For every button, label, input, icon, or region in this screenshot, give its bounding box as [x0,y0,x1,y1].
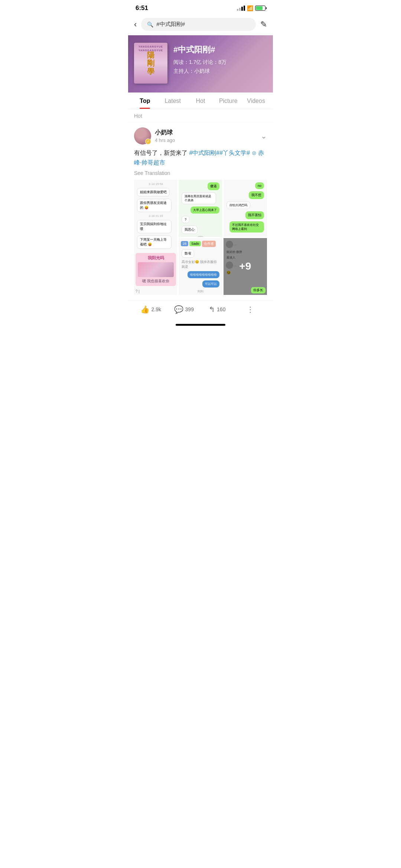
comment-button[interactable]: 💬 399 [167,305,201,314]
see-translation[interactable]: See Translation [134,170,267,176]
post-hashtags[interactable]: #中式阳刚##丫头文学# [189,150,250,156]
chat-bubble: no [255,182,264,189]
share-count: 160 [217,306,225,312]
hero-info: #中式阳刚# 阅读：1.7亿 讨论：8万 主持人：小奶球 [173,43,267,75]
hero-book-cover: YANGGANGYUEYANGGANGYUE 陽剛學 [134,43,167,84]
search-icon: 🔍 [147,22,153,27]
section-hot-label: Hot [128,109,273,122]
you-duochang: 你多长 [251,287,265,293]
action-bar: 👍 2.9k 💬 399 ↰ 160 ⋮ [128,300,273,318]
chat-bubble: 我恶心 [182,225,198,234]
status-time: 6:51 [136,4,148,12]
like-button[interactable]: 👍 2.9k [134,305,167,314]
image-cell-4[interactable]: 28 Sado 合作者 散省 高冷女衫😊 脱掉衣服你就是 哈哈哈哈哈哈哈哈哈 可… [179,238,222,295]
chat-bubble: 我不想 [249,191,264,199]
chat-bubble: ? [182,216,189,223]
comment-icon: 💬 [174,305,183,314]
hero-stats: 阅读：1.7亿 讨论：8万 [173,59,267,66]
chat-bubble: 散省 [182,249,194,258]
tab-picture[interactable]: Picture [214,92,242,109]
tab-hot[interactable]: Hot [187,92,215,109]
post-text: 有信号了，新货来了 #中式阳刚##丫头文学# ⊙ 赤峰·帅哥超市 [134,148,267,167]
chat-bubble: 我不害怕 [245,211,264,219]
tabs-bar: Top Latest Hot Picture Videos [128,92,273,109]
home-indicator [176,324,225,326]
bottom-bar [128,318,273,331]
chat-bubble: 渔网在黑丝面前就是个弟弟 [182,192,216,204]
hero-banner: YANGGANGYUEYANGGANGYUE 陽剛學 #中式阳刚# 阅读：1.7… [128,35,273,92]
post-user-info: 小奶球 4 hrs ago [155,129,261,143]
image-cell-2[interactable]: 傻逼 渔网在黑丝面前就是个弟弟 大早上恶心我来了 ? 我恶心 😏 [179,180,222,237]
image-cell-5[interactable]: ... 挺好的 微胖 最迷人 ... 😏 +9 你多长 [224,238,267,295]
status-bar: 6:51 📶 [128,0,273,15]
search-query: #中式阳刚# [156,21,185,28]
image-count-overlay: +9 [224,238,267,295]
hero-hashtag: #中式阳刚# [173,44,267,55]
wifi-icon: 📶 [247,5,253,11]
comment-count: 399 [185,306,194,312]
edit-button[interactable]: ✎ [260,20,267,29]
chat-bubble: 跟你男朋友没前途的 😝 [137,199,172,212]
share-button[interactable]: ↰ 160 [200,305,234,314]
question-mark: ? | [136,289,140,293]
overlay-text-2: 嗯 我也很喜欢你 [138,279,174,284]
back-button[interactable]: ‹ [134,20,137,29]
image-grid: 2-14 15:54 姐姐来跟我做爱吧 跟你男朋友没前途的 😝 2-18 21:… [134,180,267,295]
more-button[interactable]: ⋮ [234,305,267,314]
hero-host: 主持人：小奶球 [173,68,267,75]
chat-bubble: 你怕大鸡巴吗 [226,201,250,209]
chat-timestamp-2: 2-18 21:19 [136,214,176,218]
chat-bubble: 下周某一天晚上等着吧 😝 [137,235,172,249]
search-input-wrap[interactable]: 🔍 #中式阳刚# [141,18,256,31]
chat-bubble: 可以可以 [202,280,219,287]
tag-coop: 合作者 [202,241,216,247]
share-icon: ↰ [209,305,215,314]
image-cell-3[interactable]: no 我不想 你怕大鸡巴吗 我不害怕 不过我不喜欢在社交网络上看到 [224,180,267,237]
collapse-button[interactable]: ⌄ [261,131,267,140]
post-time: 4 hrs ago [155,137,261,143]
tag-28: 28 [181,241,188,246]
avatar-wrap[interactable]: ✓ [134,127,151,144]
tab-top[interactable]: Top [131,92,159,109]
chat-extra-text: 高冷女衫😊 脱掉衣服你就是 [180,259,221,270]
chat-bubble: 姐姐来跟我做爱吧 [137,188,170,196]
overlay-text-1: 我阳光吗 [138,255,174,261]
verified-badge: ✓ [145,139,151,144]
chat-bubble: 宝贝我搞到你地址喽 [137,220,172,233]
like-icon: 👍 [140,305,150,314]
post-header: ✓ 小奶球 4 hrs ago ⌄ [134,127,267,144]
chat-timestamp-3: 刚刚 [180,289,221,293]
chat-bubble: 哈哈哈哈哈哈哈哈哈 [188,271,219,278]
signal-icon [237,6,245,11]
image-cell-1[interactable]: 2-14 15:54 姐姐来跟我做爱吧 跟你男朋友没前途的 😝 2-18 21:… [134,180,177,295]
post-item: ✓ 小奶球 4 hrs ago ⌄ 有信号了，新货来了 #中式阳刚##丫头文学#… [128,122,273,300]
search-bar: ‹ 🔍 #中式阳刚# ✎ [128,15,273,35]
book-label: YANGGANGYUEYANGGANGYUE [138,45,163,52]
chat-bubble: 傻逼 [208,182,219,190]
like-count: 2.9k [151,306,161,312]
chat-bubble: 不过我不喜欢在社交网络上看到 [229,221,264,233]
chat-bubble: 大早上恶心我来了 [190,207,219,214]
tab-videos[interactable]: Videos [242,92,270,109]
book-title: 陽剛學 [147,51,155,75]
tab-latest[interactable]: Latest [159,92,187,109]
more-icon: ⋮ [247,305,254,314]
battery-icon [255,6,265,11]
tag-sado: Sado [189,241,201,246]
post-username[interactable]: 小奶球 [155,129,261,137]
status-icons: 📶 [237,5,265,11]
chat-timestamp-1: 2-14 15:54 [136,182,176,186]
